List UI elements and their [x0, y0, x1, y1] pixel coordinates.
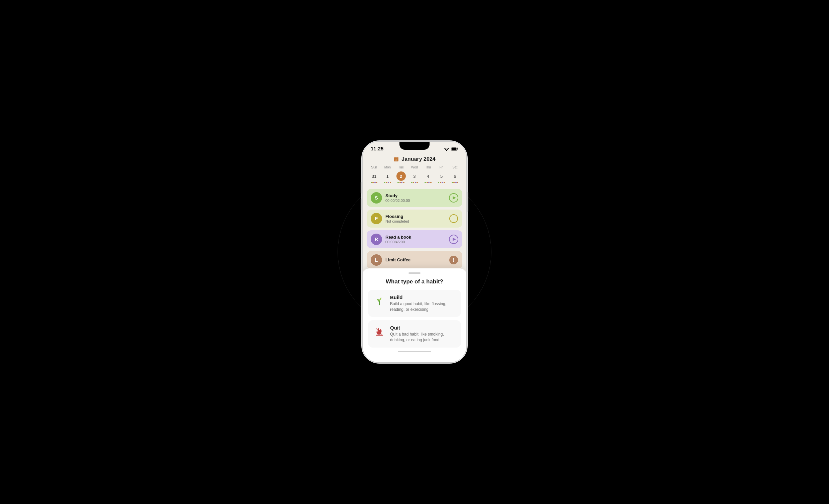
- quit-type-desc: Quit a bad habit, like smoking, drinking…: [390, 332, 456, 343]
- status-time: 11:25: [371, 146, 384, 151]
- cal-date-5: 5: [437, 171, 446, 181]
- cal-day-3[interactable]: 3: [408, 171, 421, 184]
- habit-type-build[interactable]: Build Build a good habit, like flossing,…: [368, 290, 461, 317]
- habit-info-0: Study00:00/02:00:00: [385, 193, 445, 203]
- status-bar: 11:25: [363, 142, 466, 153]
- day-label-wed: Wed: [408, 165, 421, 170]
- habit-item-flossing[interactable]: FFlossingNot completed: [367, 209, 462, 228]
- cal-day-2[interactable]: 2: [395, 171, 407, 184]
- cal-date-2: 2: [396, 171, 406, 181]
- svg-point-11: [449, 215, 458, 223]
- cal-dots-3: [411, 182, 418, 184]
- habit-action-3[interactable]: !: [449, 255, 458, 265]
- quit-icon-wrap: [373, 325, 386, 338]
- sprout-icon: [373, 295, 386, 308]
- habit-item-read-a-book[interactable]: RRead a book00:00/45:00: [367, 230, 462, 248]
- sheet-handle[interactable]: [408, 272, 421, 274]
- bottom-sheet[interactable]: What type of a habit?: [363, 268, 466, 362]
- habit-action-2[interactable]: [449, 235, 458, 244]
- calendar-header: 2 January 2024: [368, 156, 461, 162]
- cal-day-1[interactable]: 1: [382, 171, 393, 184]
- build-icon-wrap: [373, 295, 386, 308]
- habit-name-3: Limit Coffee: [385, 257, 445, 263]
- cal-dots-5: [438, 182, 445, 184]
- build-type-desc: Build a good habit, like flossing, readi…: [390, 301, 456, 312]
- habit-type-quit[interactable]: Quit Quit a bad habit, like smoking, dri…: [368, 320, 461, 348]
- calendar-section: 2 January 2024 Sun Mon Tue Wed Thu Fri S…: [363, 153, 466, 187]
- build-type-name: Build: [390, 295, 456, 300]
- cal-day-31[interactable]: 31: [368, 171, 380, 184]
- habit-name-2: Read a book: [385, 235, 445, 240]
- day-label-thu: Thu: [422, 165, 434, 170]
- wifi-icon: [444, 147, 449, 151]
- habit-name-1: Flossing: [385, 214, 445, 219]
- cal-dots-1: [384, 182, 391, 184]
- habit-name-0: Study: [385, 193, 445, 198]
- build-type-info: Build Build a good habit, like flossing,…: [390, 295, 456, 312]
- phone-inner: 11:25: [363, 142, 466, 362]
- habit-avatar-0: S: [371, 192, 382, 203]
- cal-date-31: 31: [369, 171, 379, 181]
- svg-rect-7: [394, 157, 398, 158]
- calendar-grid: Sun Mon Tue Wed Thu Fri Sat 31123456: [368, 165, 461, 184]
- cal-date-4: 4: [423, 171, 433, 181]
- cal-day-5[interactable]: 5: [435, 171, 447, 184]
- cal-day-4[interactable]: 4: [422, 171, 434, 184]
- phone-frame: 11:25: [363, 142, 466, 362]
- cal-date-6: 6: [450, 171, 460, 181]
- cal-day-6[interactable]: 6: [449, 171, 461, 184]
- day-label-tue: Tue: [395, 165, 407, 170]
- cal-date-3: 3: [410, 171, 419, 181]
- cal-date-1: 1: [383, 171, 392, 181]
- habit-list: SStudy00:00/02:00:00 FFlossingNot comple…: [363, 187, 466, 271]
- svg-text:2: 2: [396, 159, 397, 161]
- quit-icon: [373, 325, 386, 338]
- habit-info-3: Limit Coffee: [385, 257, 445, 263]
- day-label-fri: Fri: [435, 165, 447, 170]
- svg-rect-2: [452, 147, 457, 150]
- notch: [399, 142, 430, 150]
- day-label-sat: Sat: [449, 165, 461, 170]
- sheet-title: What type of a habit?: [368, 278, 461, 285]
- cal-dots-4: [425, 182, 432, 184]
- habit-sub-0: 00:00/02:00:00: [385, 198, 445, 202]
- cal-dots-6: [452, 182, 459, 184]
- calendar-month: January 2024: [401, 156, 435, 162]
- quit-type-name: Quit: [390, 325, 456, 331]
- day-label-mon: Mon: [382, 165, 393, 170]
- calendar-icon: 2: [393, 156, 399, 162]
- habit-avatar-1: F: [371, 213, 382, 224]
- habit-item-limit-coffee[interactable]: LLimit Coffee !: [367, 251, 462, 269]
- svg-rect-1: [458, 148, 458, 149]
- habit-action-1[interactable]: [449, 214, 458, 223]
- habit-sub-1: Not completed: [385, 219, 445, 223]
- battery-icon: [451, 147, 458, 151]
- home-indicator: [398, 351, 431, 352]
- habit-avatar-3: L: [371, 254, 382, 266]
- cal-dots-31: [371, 182, 378, 184]
- status-icons: [444, 147, 458, 151]
- habit-avatar-2: R: [371, 234, 382, 245]
- habit-info-2: Read a book00:00/45:00: [385, 235, 445, 244]
- day-label-sun: Sun: [368, 165, 380, 170]
- svg-text:!: !: [453, 257, 455, 263]
- cal-dots-2: [397, 182, 404, 184]
- habit-action-0[interactable]: [449, 193, 458, 202]
- scene: 11:25: [327, 126, 502, 378]
- habit-sub-2: 00:00/45:00: [385, 240, 445, 244]
- quit-type-info: Quit Quit a bad habit, like smoking, dri…: [390, 325, 456, 343]
- habit-info-1: FlossingNot completed: [385, 214, 445, 224]
- habit-item-study[interactable]: SStudy00:00/02:00:00: [367, 189, 462, 207]
